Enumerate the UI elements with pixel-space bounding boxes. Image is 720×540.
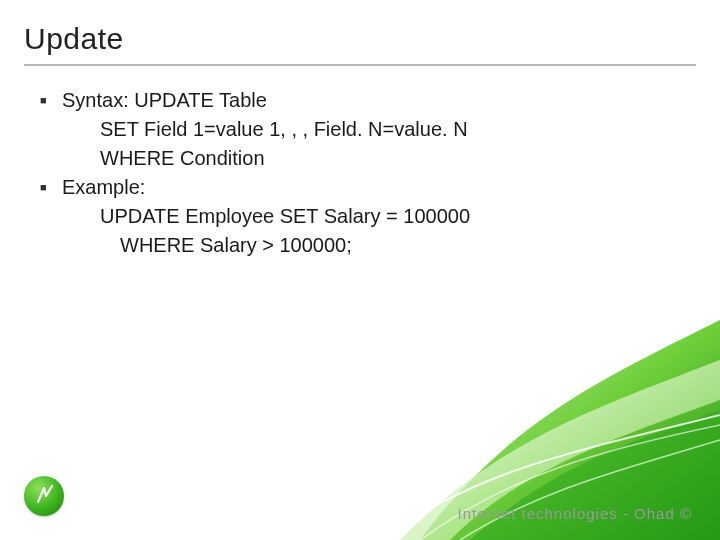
title-underline <box>24 64 696 66</box>
bullet-item: ■ Example: <box>40 173 680 202</box>
decorative-swoosh <box>360 240 720 540</box>
bullet-subtext: WHERE Salary > 100000; <box>120 231 680 260</box>
bullet-subtext: WHERE Condition <box>100 144 680 173</box>
bullet-item: ■ Syntax: UPDATE Table <box>40 86 680 115</box>
slide-title: Update <box>24 22 124 56</box>
slide-content: ■ Syntax: UPDATE Table SET Field 1=value… <box>40 86 680 260</box>
bullet-text: Syntax: UPDATE Table <box>62 86 267 115</box>
bullet-text: Example: <box>62 173 145 202</box>
bullet-marker-icon: ■ <box>40 173 62 201</box>
bullet-subtext: SET Field 1=value 1, , , Field. N=value.… <box>100 115 680 144</box>
slide: Update ■ Syntax: UPDATE Table SET Field … <box>0 0 720 540</box>
logo-icon <box>24 476 64 516</box>
bullet-marker-icon: ■ <box>40 86 62 114</box>
footer-text: Internet technologies - Ohad © <box>457 505 692 522</box>
bullet-subtext: UPDATE Employee SET Salary = 100000 <box>100 202 680 231</box>
